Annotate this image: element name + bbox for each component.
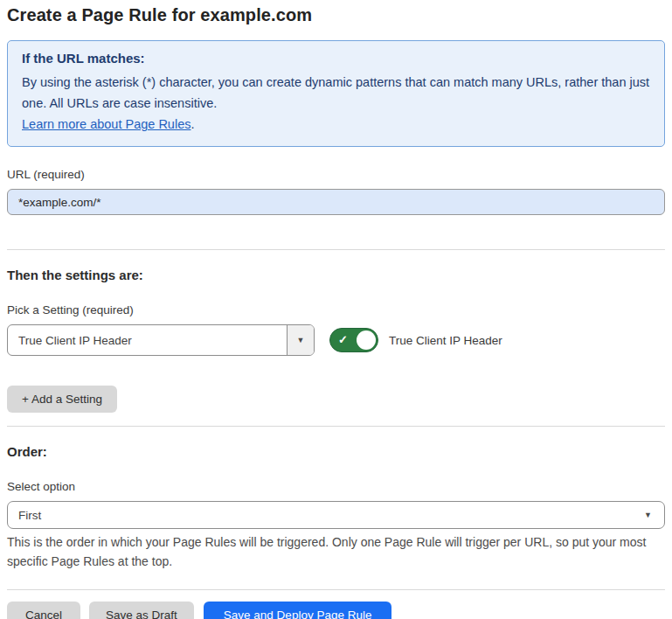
cancel-button[interactable]: Cancel	[7, 602, 80, 619]
url-match-info-box: If the URL matches: By using the asteris…	[7, 40, 665, 147]
info-box-link-line: Learn more about Page Rules.	[22, 114, 650, 135]
section-divider	[7, 249, 665, 250]
check-icon: ✓	[338, 334, 348, 345]
link-suffix: .	[191, 117, 194, 131]
info-box-heading: If the URL matches:	[22, 51, 650, 66]
order-select-label: Select option	[7, 480, 665, 493]
setting-toggle-label: True Client IP Header	[389, 334, 502, 347]
footer-button-row: Cancel Save as Draft Save and Deploy Pag…	[7, 602, 665, 619]
url-field-label: URL (required)	[7, 168, 665, 181]
caret-down-icon: ▼	[644, 511, 652, 519]
setting-dropdown[interactable]: True Client IP Header ▼	[7, 324, 315, 356]
info-box-body: By using the asterisk (*) character, you…	[22, 72, 650, 114]
footer-divider	[7, 589, 665, 590]
url-input[interactable]	[7, 189, 665, 215]
add-setting-button[interactable]: + Add a Setting	[7, 386, 117, 413]
caret-down-icon: ▼	[297, 337, 305, 344]
setting-dropdown-value: True Client IP Header	[8, 325, 287, 355]
learn-more-link[interactable]: Learn more about Page Rules	[22, 117, 191, 131]
setting-picker-label: Pick a Setting (required)	[7, 303, 665, 316]
setting-picker-row: True Client IP Header ▼ ✓ True Client IP…	[7, 324, 665, 356]
setting-toggle[interactable]: ✓	[329, 328, 378, 352]
setting-dropdown-caret-box[interactable]: ▼	[287, 325, 314, 355]
settings-section-heading: Then the settings are:	[7, 268, 665, 282]
page-title: Create a Page Rule for example.com	[7, 5, 665, 25]
save-and-deploy-button[interactable]: Save and Deploy Page Rule	[204, 602, 392, 619]
order-select-value: First	[18, 509, 41, 522]
order-select[interactable]: First ▼	[7, 501, 665, 529]
save-as-draft-button[interactable]: Save as Draft	[89, 602, 194, 619]
order-help-text: This is the order in which your Page Rul…	[7, 533, 654, 571]
order-section-heading: Order:	[7, 444, 665, 459]
toggle-knob	[357, 330, 376, 350]
section-divider	[7, 426, 665, 427]
